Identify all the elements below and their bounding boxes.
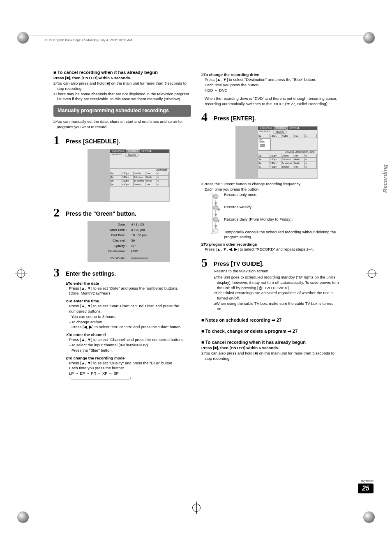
note-item: ≥You can also press and hold [■] on the … bbox=[53, 81, 191, 92]
schedule-screen-2: ◀ MESSAGES SCHEDULE LISTINGS ▶ FAVORITES… bbox=[235, 126, 318, 179]
svg-text:W: W bbox=[218, 208, 220, 211]
program-other-b: Press [▲, ▼, ◀, ▶] to select "RECORD" an… bbox=[201, 247, 339, 252]
record-label: RECORD bbox=[273, 131, 287, 134]
change-drive-b2: Each time you press the button: bbox=[201, 83, 339, 88]
channel-overlay: 8/7 NWBG HDD bbox=[259, 138, 271, 151]
fav-label: FAVORITES bbox=[112, 154, 122, 157]
step-number: 5 bbox=[201, 256, 214, 269]
reg-mark-right bbox=[365, 267, 378, 279]
left-column: ■ To cancel recording when it has alread… bbox=[53, 70, 191, 380]
mode-sequence-loop: ↑___________________________↓ bbox=[66, 375, 191, 380]
step-title: Press [ENTER]. bbox=[214, 111, 256, 122]
tab-messages: ◀ MESSAGES bbox=[258, 127, 274, 130]
change-drive-b4: When the recording drive is "DVD" and th… bbox=[201, 96, 339, 107]
time-d2b: Press [◀, ▶] to select "am" or "pm" and … bbox=[66, 325, 191, 330]
schedule-table: Sat2:00pmDodzillaOnce⊙ Sat3:00pmBull hou… bbox=[110, 172, 169, 187]
settings-screen: Date :4 / 1 / 05 Start Time :8 : 00 pm E… bbox=[88, 221, 170, 262]
corner-mark-tl bbox=[17, 32, 29, 44]
tab-listings: LISTINGS ▶ bbox=[288, 127, 302, 130]
page-number: 25 bbox=[358, 484, 374, 493]
step-3: 3 Enter the settings. bbox=[53, 266, 191, 279]
schedule-screen-1: ◀ MESSAGES SCHEDULE LISTINGS ▶ FAVORITES… bbox=[88, 149, 170, 202]
change-mode-h: ≥To change the recording mode bbox=[66, 356, 191, 360]
program-other-h: ≥To program other recordings bbox=[201, 242, 339, 246]
cancel2-notes: ≥You can also press and hold [■] on the … bbox=[201, 351, 339, 362]
freq-sub: Each time you press the button: bbox=[201, 187, 339, 192]
mode-sequence: LP → EP → FR → XP → SP bbox=[66, 371, 191, 375]
corner-mark-bl bbox=[17, 511, 29, 523]
step-title: Enter the settings. bbox=[66, 266, 116, 277]
note-item: ≥You can manually set the date, channel,… bbox=[53, 119, 191, 130]
page-number-box: RQT8307 25 bbox=[358, 480, 374, 493]
record-label: RECORD bbox=[125, 154, 139, 157]
frequency-icons: W D bbox=[205, 192, 226, 242]
freq-cancel: Temporarily cancels the scheduled record… bbox=[224, 230, 339, 240]
manual-page: EH60English.book Page 25 Monday, July 4,… bbox=[0, 0, 392, 555]
svg-marker-10 bbox=[214, 226, 217, 228]
change-drive-h: ≥To change the recording drive bbox=[201, 72, 339, 77]
freq-daily: Records daily (From Monday to Friday). bbox=[224, 217, 339, 222]
cancel2-heading: ■ To cancel recording when it has alread… bbox=[201, 340, 339, 345]
screen-footer: ● REMOVE ● FREQUENCY ● INFO. bbox=[258, 150, 317, 154]
svg-marker-2 bbox=[214, 203, 217, 205]
change-drive-b3: HDD ↔ DVD bbox=[201, 88, 339, 93]
right-column: ≥To change the recording drive Press [▲,… bbox=[201, 70, 339, 380]
change-drive-b1: Press [▲, ▼] to select "Destination" and… bbox=[201, 77, 339, 83]
ch-d1b: Press the "Blue" button. bbox=[66, 348, 191, 353]
notes-ref-1: ■ Notes on scheduled recording ➡ 27 bbox=[201, 318, 339, 323]
step-title: Press the "Green" button. bbox=[66, 206, 136, 217]
svg-point-11 bbox=[213, 228, 218, 233]
step-4: 4 Press [ENTER]. bbox=[201, 111, 339, 123]
corner-mark-tr bbox=[363, 32, 375, 44]
note-item: ≥When using the cable TV box, make sure … bbox=[214, 301, 339, 312]
step-5: 5 Press [TV GUIDE]. bbox=[201, 256, 339, 269]
enter-channel-h: ≥To enter the channel bbox=[66, 332, 191, 337]
corner-mark-br bbox=[363, 511, 375, 523]
schedule-table: Sat1:00pmNWBGOnce⊙ bbox=[258, 134, 317, 138]
change-mode-b2: Each time you press the button: bbox=[66, 366, 191, 371]
cancel-sub: Press [■], then [ENTER] within 5 seconds… bbox=[53, 76, 191, 80]
svg-text:D: D bbox=[218, 220, 219, 222]
section-side-label: Recording bbox=[382, 164, 388, 193]
cancel-heading: ■ To cancel recording when it has alread… bbox=[53, 70, 191, 75]
note-item: ≥The unit goes to scheduled recording st… bbox=[214, 275, 339, 290]
step-2: 2 Press the "Green" button. bbox=[53, 206, 191, 219]
fav-label: FAVORITES bbox=[260, 131, 270, 134]
note-item: ≥Press the "Green" button to change reco… bbox=[201, 182, 339, 187]
header-rule bbox=[18, 35, 374, 35]
section-manual-title: Manually programming scheduled recording… bbox=[53, 105, 191, 117]
note-item: ≥You can also press and hold [■] on the … bbox=[201, 351, 339, 362]
enter-date-fmt: (Date: Month/Day/Year) bbox=[66, 291, 191, 296]
tab-schedule: SCHEDULE bbox=[126, 150, 140, 153]
step-number: 3 bbox=[53, 266, 66, 279]
reg-mark-left bbox=[14, 267, 27, 279]
step-title: Press [TV GUIDE]. bbox=[214, 256, 263, 267]
tab-listings: LISTINGS ▶ bbox=[140, 150, 154, 153]
step-number: 4 bbox=[201, 111, 214, 123]
freq-once: Records only once. bbox=[224, 192, 339, 197]
screen-footer: ● SET TIMER bbox=[110, 168, 169, 172]
time-d1: –You can set up to 8 hours. bbox=[66, 314, 191, 320]
settings-table: Date :4 / 1 / 05 Start Time :8 : 00 pm E… bbox=[107, 221, 150, 261]
tab-schedule: SCHEDULE bbox=[274, 127, 288, 130]
step-number: 2 bbox=[53, 206, 66, 219]
enter-time-b: Press [▲, ▼] to select "Start Time" or "… bbox=[66, 304, 191, 314]
note-item: ≥There may be some channels that are not… bbox=[53, 92, 191, 102]
frequency-list: Records only once. Records weekly. Recor… bbox=[224, 192, 339, 240]
step-number: 1 bbox=[53, 134, 66, 146]
notes-ref-2: ■ To check, change or delete a program ➡… bbox=[201, 329, 339, 334]
content-area: ■ To cancel recording when it has alread… bbox=[53, 70, 339, 380]
enter-channel-b: Press [▲, ▼] to select "Channel" and pre… bbox=[66, 337, 191, 343]
doc-code: RQT8307 bbox=[358, 480, 374, 483]
freq-weekly: Records weekly. bbox=[224, 205, 339, 210]
reg-mark-bottom bbox=[190, 501, 202, 514]
step5-notes: ≥The unit goes to scheduled recording st… bbox=[214, 275, 339, 312]
ch-d1: –To select the input channel (IN1/IN2/IN… bbox=[66, 343, 191, 348]
step-1: 1 Press [SCHEDULE]. bbox=[53, 134, 191, 146]
change-mode-b1: Press [▲, ▼] to select "Quality" and pre… bbox=[66, 361, 191, 366]
step5-sub: Returns to the television screen. bbox=[214, 269, 339, 274]
svg-marker-6 bbox=[214, 214, 217, 216]
time-d2: –To change am/pm bbox=[66, 320, 191, 325]
enter-time-h: ≥To enter the time bbox=[66, 299, 191, 303]
tab-messages: ◀ MESSAGES bbox=[110, 150, 126, 153]
